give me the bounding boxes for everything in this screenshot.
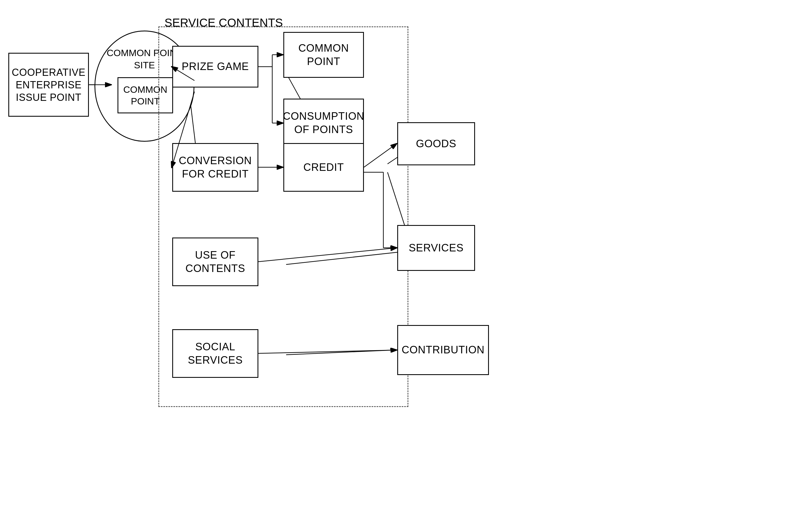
prize-game-box: PRIZE GAME [172, 46, 258, 87]
service-contents-label: SERVICE CONTENTS [165, 16, 283, 29]
cooperative-box: COOPERATIVE ENTERPRISE ISSUE POINT [8, 53, 89, 117]
services-box: SERVICES [397, 225, 475, 271]
common-point-box: COMMONPOINT [283, 32, 364, 78]
contribution-box: CONTRIBUTION [397, 325, 489, 375]
diagram: COOPERATIVE ENTERPRISE ISSUE POINT COMMO… [0, 0, 787, 532]
social-services-box: SOCIALSERVICES [172, 329, 258, 378]
goods-box: GOODS [397, 122, 475, 165]
use-of-contents-box: USE OFCONTENTS [172, 237, 258, 286]
credit-box: CREDIT [283, 143, 364, 192]
conversion-for-credit-box: CONVERSIONFOR CREDIT [172, 143, 258, 192]
consumption-of-points-box: CONSUMPTIONOF POINTS [283, 99, 364, 147]
